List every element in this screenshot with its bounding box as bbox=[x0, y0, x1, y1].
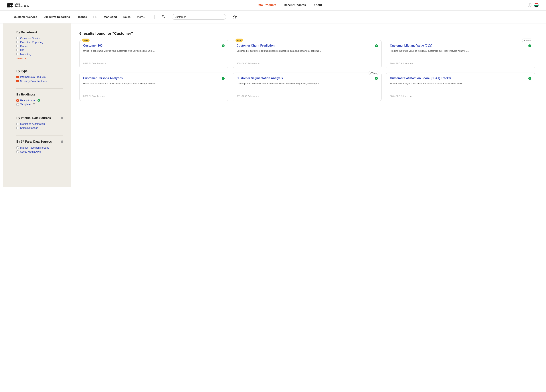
cat-hr[interactable]: HR bbox=[93, 15, 97, 18]
checkbox-icon bbox=[16, 37, 19, 39]
checkbox-icon: ✓ bbox=[16, 99, 19, 102]
filter-type-list: ✓Internal Data Products ✓3rd Party Data … bbox=[16, 75, 63, 83]
avatar[interactable] bbox=[534, 3, 539, 7]
info-icon[interactable]: i bbox=[61, 117, 63, 119]
status-check-icon: ✓ bbox=[375, 77, 378, 80]
result-card[interactable]: NEWCustomer Churn Prediction✓Likelihood … bbox=[233, 40, 382, 68]
divider bbox=[16, 65, 63, 65]
cat-customer-service[interactable]: Customer Service bbox=[14, 15, 37, 18]
checkbox-icon bbox=[16, 127, 19, 129]
third-party-badge: 3rd Party bbox=[522, 39, 532, 42]
star-icon[interactable] bbox=[233, 15, 237, 19]
svg-point-0 bbox=[162, 15, 164, 17]
src-market-research[interactable]: Market Research Reports bbox=[16, 146, 63, 150]
card-header: Customer 360✓ bbox=[83, 44, 225, 48]
cat-sales[interactable]: Sales bbox=[124, 15, 130, 18]
cat-marketing[interactable]: Marketing bbox=[104, 15, 117, 18]
cat-finance[interactable]: Finance bbox=[77, 15, 87, 18]
checkbox-icon: ✓ bbox=[16, 76, 19, 78]
check-badge-icon: ✓ bbox=[38, 99, 40, 102]
brand-line2: Product Hub bbox=[14, 5, 29, 8]
card-title: Customer Lifetime Value (CLV) bbox=[390, 44, 432, 48]
checkbox-icon bbox=[16, 45, 19, 47]
filter-third-party-sources: By 3rd Party Data Sources i Market Resea… bbox=[16, 140, 63, 154]
checkbox-icon: ✓ bbox=[16, 80, 19, 82]
card-description: Unlock a panoramic view of your customer… bbox=[83, 49, 225, 56]
new-badge: NEW bbox=[82, 39, 90, 42]
card-slo: 98% SLO Adherence bbox=[390, 95, 531, 97]
card-slo: 90% SLO Adherence bbox=[237, 95, 378, 97]
divider bbox=[16, 135, 63, 135]
card-description: Likelihood of customers churning based o… bbox=[237, 49, 378, 56]
status-check-icon: ✓ bbox=[222, 77, 225, 80]
dept-executive-reporting[interactable]: Executive Reporting bbox=[16, 40, 63, 44]
dept-hr[interactable]: HR bbox=[16, 48, 63, 52]
card-slo: 93% SLO Adherence bbox=[83, 62, 225, 65]
results-grid: NEWCustomer 360✓Unlock a panoramic view … bbox=[79, 40, 535, 101]
checkbox-icon bbox=[16, 49, 19, 51]
third-party-sources-label: By 3rd Party Data Sources bbox=[16, 140, 52, 143]
card-header: Customer Churn Prediction✓ bbox=[237, 44, 378, 48]
filter-department: By Department Customer Service Executive… bbox=[16, 31, 63, 59]
src-sales-database[interactable]: Sales Database bbox=[16, 126, 63, 130]
search-input[interactable] bbox=[172, 14, 226, 20]
search-icon bbox=[162, 15, 165, 18]
new-badge: NEW bbox=[235, 39, 243, 42]
result-card[interactable]: Customer Satisfaction Score (CSAT) Track… bbox=[386, 73, 535, 101]
card-title: Customer Satisfaction Score (CSAT) Track… bbox=[390, 76, 451, 80]
primary-nav: Data Products Recent Updates About bbox=[234, 3, 322, 7]
result-card[interactable]: 3rd PartyCustomer Lifetime Value (CLV)✓P… bbox=[386, 40, 535, 68]
result-card[interactable]: Customer Persona Analytics✓Utilize data … bbox=[79, 73, 228, 101]
info-icon[interactable]: i bbox=[61, 141, 63, 143]
filter-readiness: By Readiness ✓Ready to use✓ Template☷ bbox=[16, 93, 63, 106]
readiness-ready[interactable]: ✓Ready to use✓ bbox=[16, 98, 63, 103]
filter-type-heading: By Type bbox=[16, 70, 63, 73]
card-header: Customer Satisfaction Score (CSAT) Track… bbox=[390, 76, 531, 80]
result-card[interactable]: NEWCustomer 360✓Unlock a panoramic view … bbox=[79, 40, 228, 68]
filter-internal-sources-list: Marketing Automation Sales Database bbox=[16, 122, 63, 130]
search-button[interactable] bbox=[162, 15, 165, 19]
result-card[interactable]: 3rd PartyCustomer Segmentation Analysis✓… bbox=[233, 73, 382, 101]
src-social-media-apis[interactable]: Social Media APIs bbox=[16, 150, 63, 154]
results-content: 6 results found for “Customer” NEWCustom… bbox=[71, 24, 546, 109]
readiness-template[interactable]: Template☷ bbox=[16, 103, 63, 106]
type-third-party-label: 3rd Party Data Products bbox=[20, 79, 47, 83]
filter-readiness-list: ✓Ready to use✓ Template☷ bbox=[16, 98, 63, 106]
brand-text: Data Product Hub bbox=[14, 3, 29, 8]
help-icon[interactable]: ? bbox=[528, 3, 532, 7]
cat-executive-reporting[interactable]: Executive Reporting bbox=[44, 15, 70, 18]
status-check-icon: ✓ bbox=[528, 44, 531, 47]
card-description: Predicts the future value of individual … bbox=[390, 49, 531, 56]
dept-finance[interactable]: Finance bbox=[16, 44, 63, 48]
cat-more[interactable]: more... bbox=[137, 15, 146, 18]
card-title: Customer Segmentation Analysis bbox=[237, 76, 283, 80]
dept-customer-service[interactable]: Customer Service bbox=[16, 36, 63, 40]
svg-marker-2 bbox=[233, 15, 236, 18]
checkbox-icon bbox=[16, 123, 19, 125]
divider bbox=[154, 15, 155, 19]
nav-about[interactable]: About bbox=[314, 3, 322, 7]
logo-mark-icon bbox=[7, 3, 13, 7]
main: By Department Customer Service Executive… bbox=[0, 24, 546, 187]
filter-department-heading: By Department bbox=[16, 31, 63, 34]
src-marketing-automation[interactable]: Marketing Automation bbox=[16, 122, 63, 126]
type-internal[interactable]: ✓Internal Data Products bbox=[16, 75, 63, 79]
card-description: Leverage data to identify and understand… bbox=[237, 82, 378, 89]
dept-view-more[interactable]: View more bbox=[16, 57, 63, 59]
checkbox-icon bbox=[16, 147, 19, 149]
type-third-party[interactable]: ✓3rd Party Data Products bbox=[16, 79, 63, 83]
filter-type: By Type ✓Internal Data Products ✓3rd Par… bbox=[16, 70, 63, 83]
checkbox-icon bbox=[16, 103, 19, 106]
checkbox-icon bbox=[16, 41, 19, 43]
filter-third-party-sources-list: Market Research Reports Social Media API… bbox=[16, 146, 63, 154]
brand-logo[interactable]: Data Product Hub bbox=[7, 3, 29, 8]
card-slo: 90% SLO Adherence bbox=[237, 62, 378, 65]
third-party-badge: 3rd Party bbox=[369, 71, 379, 75]
nav-recent-updates[interactable]: Recent Updates bbox=[284, 3, 306, 7]
dept-marketing[interactable]: Marketing bbox=[16, 52, 63, 56]
filter-third-party-sources-heading: By 3rd Party Data Sources i bbox=[16, 140, 63, 143]
nav-data-products[interactable]: Data Products bbox=[256, 3, 276, 7]
card-header: Customer Segmentation Analysis✓ bbox=[237, 76, 378, 80]
card-header: Customer Lifetime Value (CLV)✓ bbox=[390, 44, 531, 48]
status-check-icon: ✓ bbox=[528, 77, 531, 80]
